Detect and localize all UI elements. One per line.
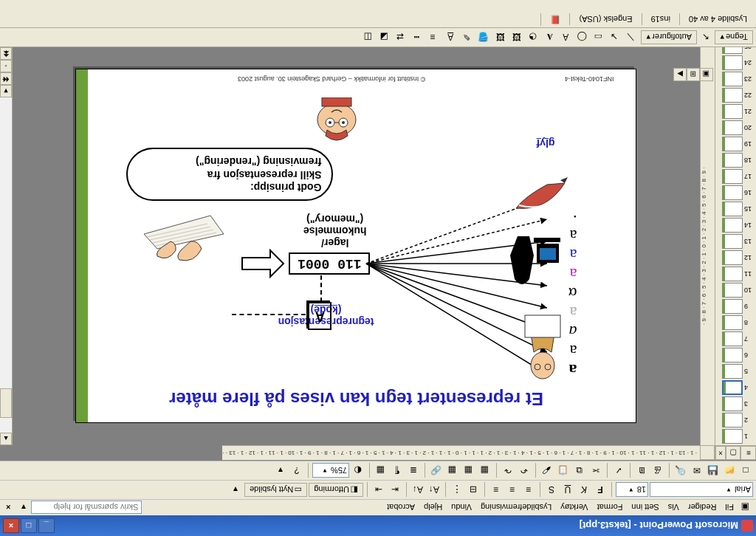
next-slide-button[interactable]: ⯭ bbox=[0, 47, 12, 60]
spellcheck-button[interactable]: ✓ bbox=[611, 464, 626, 478]
redo-button[interactable]: ↷ bbox=[501, 464, 515, 478]
thumbnail-row[interactable]: 3 bbox=[717, 396, 755, 411]
arrow-style-button[interactable]: ⇄ bbox=[393, 30, 408, 45]
diagram-button[interactable]: ◔ bbox=[526, 30, 540, 45]
slide-canvas[interactable]: Et representert tegn kan vises på flere … bbox=[13, 47, 700, 445]
undo-button[interactable]: ↶ bbox=[517, 464, 532, 478]
outline-tab[interactable]: ≡ bbox=[741, 446, 757, 460]
thumbnail[interactable] bbox=[722, 104, 743, 119]
increase-font-button[interactable]: A↑ bbox=[427, 483, 441, 498]
menu-format[interactable]: Format bbox=[593, 502, 628, 514]
thumbnail[interactable] bbox=[722, 331, 743, 346]
textbox-tool-button[interactable]: A bbox=[558, 30, 573, 45]
menu-lysbilde[interactable]: Lysbildefremvisning bbox=[476, 502, 556, 514]
thumbnail[interactable] bbox=[722, 137, 743, 151]
thumbnail-row[interactable]: 23 bbox=[717, 72, 755, 86]
paste-button[interactable]: 📋 bbox=[556, 464, 571, 478]
menu-settinn[interactable]: Sett inn bbox=[627, 502, 663, 514]
thumbnail[interactable] bbox=[722, 72, 743, 86]
zoom-select[interactable]: 75%▼ bbox=[312, 464, 349, 478]
increase-indent-button[interactable]: ⇥ bbox=[371, 483, 386, 498]
menu-hjelp[interactable]: Hjelp bbox=[419, 502, 447, 514]
thumbnail-row[interactable]: 9 bbox=[717, 299, 755, 314]
control-menu-icon[interactable]: ▣ bbox=[738, 501, 753, 515]
thumbnail[interactable] bbox=[722, 185, 743, 200]
save-button[interactable]: 💾 bbox=[706, 464, 721, 478]
thumbnail-row[interactable]: 11 bbox=[717, 267, 755, 281]
clipart-button[interactable]: 🖼 bbox=[509, 30, 524, 45]
help-button[interactable]: ? bbox=[289, 464, 304, 478]
thumbnail-row[interactable]: 14 bbox=[717, 218, 755, 233]
thumbnail[interactable] bbox=[722, 429, 743, 444]
search-button[interactable]: 🔍 bbox=[673, 464, 688, 478]
cut-button[interactable]: ✂ bbox=[588, 464, 603, 478]
thumbnail[interactable] bbox=[722, 380, 743, 395]
slideshow-view-button[interactable]: ▶ bbox=[673, 68, 687, 81]
italic-button[interactable]: K bbox=[577, 483, 591, 498]
thumbnail[interactable] bbox=[722, 55, 743, 70]
tables-borders-button[interactable]: ▦ bbox=[445, 464, 460, 478]
oval-tool-button[interactable]: ◯ bbox=[574, 30, 589, 45]
open-file-button[interactable]: 📂 bbox=[722, 464, 737, 478]
bullet-list-button[interactable]: ⋮ bbox=[450, 483, 464, 498]
thumbnail-row[interactable]: 20 bbox=[717, 120, 755, 135]
thumbnail-row[interactable]: 5 bbox=[717, 364, 755, 379]
font-select[interactable]: Arial▼ bbox=[650, 483, 753, 498]
line-style-button[interactable]: ≡ bbox=[425, 30, 440, 45]
thumbnail[interactable] bbox=[722, 413, 743, 427]
insert-hyperlink-button[interactable]: 🔗 bbox=[429, 464, 444, 478]
thumbnail-row[interactable]: 12 bbox=[717, 250, 755, 265]
thumbnail[interactable] bbox=[722, 169, 743, 184]
thumbnail-row[interactable]: 10 bbox=[717, 283, 755, 298]
help-dropdown-icon[interactable]: ▾ bbox=[16, 501, 31, 515]
thumbnail[interactable] bbox=[722, 234, 743, 249]
arrow-tool-button[interactable]: ↘ bbox=[607, 30, 622, 45]
insert-picture-button[interactable]: 🖼 bbox=[493, 30, 508, 45]
wordart-button[interactable]: 𝐀 bbox=[542, 30, 557, 45]
normal-view-button[interactable]: ▣ bbox=[700, 68, 713, 81]
scroll-thumb[interactable] bbox=[0, 388, 12, 418]
insert-chart-button[interactable]: ▦ bbox=[478, 464, 492, 478]
autoshapes-button[interactable]: Autofigurer ▾ bbox=[641, 30, 697, 44]
scroll-up-button[interactable]: ▲ bbox=[0, 433, 12, 445]
format-painter-button[interactable]: 🖌 bbox=[540, 464, 554, 478]
thumbnail-row[interactable]: 15 bbox=[717, 202, 755, 216]
thumbnail-row[interactable]: 21 bbox=[717, 104, 755, 119]
thumbnail-row[interactable]: 16 bbox=[717, 185, 755, 200]
bold-button[interactable]: F bbox=[593, 483, 608, 498]
font-size-select[interactable]: 18▼ bbox=[616, 483, 648, 498]
dash-style-button[interactable]: ┅ bbox=[409, 30, 424, 45]
align-left-button[interactable]: ≡ bbox=[521, 483, 536, 498]
toolbar-overflow-icon[interactable]: ▾ bbox=[228, 483, 243, 498]
menu-fil[interactable]: Fil bbox=[721, 502, 738, 514]
thumbnail-row[interactable]: 22 bbox=[717, 88, 755, 103]
thumbnail-row[interactable]: 6 bbox=[717, 348, 755, 363]
menu-rediger[interactable]: Rediger bbox=[684, 502, 721, 514]
thumbnail[interactable] bbox=[722, 120, 743, 135]
insert-table-button[interactable]: ▦ bbox=[461, 464, 476, 478]
color-grayscale-button[interactable]: ◐ bbox=[351, 464, 365, 478]
3d-style-button[interactable]: ◫ bbox=[360, 30, 375, 45]
fill-color-button[interactable]: 🪣 bbox=[475, 30, 490, 45]
menu-vis[interactable]: Vis bbox=[664, 502, 684, 514]
thumbnail-row[interactable]: 18 bbox=[717, 153, 755, 168]
thumbnail-row[interactable]: 1 bbox=[717, 429, 755, 444]
menu-verktoy[interactable]: Verktøy bbox=[556, 502, 592, 514]
thumbnail-list[interactable]: 1234567891011121314151617181920212223242… bbox=[715, 47, 756, 445]
copy-button[interactable]: ⧉ bbox=[572, 464, 587, 478]
print-button[interactable]: 🖨 bbox=[650, 464, 665, 478]
line-tool-button[interactable]: ＼ bbox=[623, 30, 638, 45]
thumbnail-row[interactable]: 8 bbox=[717, 315, 755, 330]
decrease-font-button[interactable]: A↓ bbox=[410, 483, 425, 498]
thumbnail[interactable] bbox=[722, 250, 743, 265]
thumbnail[interactable] bbox=[722, 47, 743, 54]
draw-menu-button[interactable]: Tegne ▾ bbox=[715, 30, 753, 44]
menu-vindu[interactable]: Vindu bbox=[447, 502, 476, 514]
align-center-button[interactable]: ≡ bbox=[505, 483, 520, 498]
thumbnail[interactable] bbox=[722, 218, 743, 233]
thumbnail[interactable] bbox=[722, 267, 743, 281]
align-right-button[interactable]: ≡ bbox=[489, 483, 504, 498]
close-button[interactable]: × bbox=[3, 518, 19, 533]
shadow-button[interactable]: S bbox=[544, 483, 559, 498]
sorter-view-button[interactable]: ⊞ bbox=[687, 68, 700, 81]
